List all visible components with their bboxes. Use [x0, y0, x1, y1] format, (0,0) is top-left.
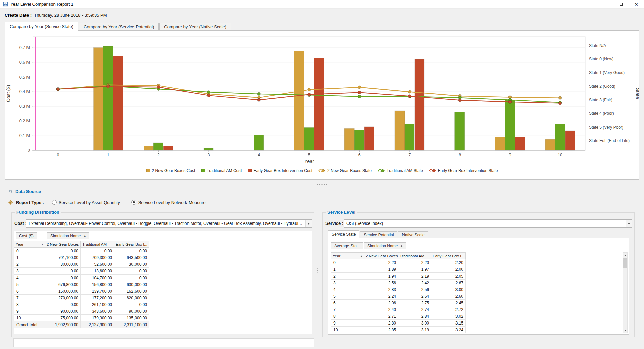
scroll-up-button[interactable]: [623, 253, 627, 258]
grid-cell: 2.06: [364, 300, 398, 306]
radio-label: Service Level by Network Measure: [138, 200, 206, 205]
grid-cell: 2.64: [398, 293, 431, 300]
simulation-name-field-button[interactable]: Simulation Name ▲: [47, 232, 89, 239]
service-combobox-value: OSI (Service Index): [344, 221, 626, 226]
legend-item: Early Gear Box Intervention State: [429, 168, 498, 173]
table-row[interactable]: 00.000.000.00: [14, 248, 149, 254]
data-source-icon: [8, 189, 13, 194]
table-row[interactable]: 102.853.193.24: [331, 327, 466, 333]
tab-service-state[interactable]: Service State: [328, 230, 359, 238]
svg-text:0.7 M: 0.7 M: [19, 45, 30, 50]
grid-cell: 2.24: [364, 293, 398, 300]
grid-cell: 2.19: [398, 273, 431, 280]
restore-icon: [620, 3, 623, 6]
grid-cell: 2.20: [364, 259, 398, 266]
table-row[interactable]: 1075,000.00179,300.00135,000.00: [14, 315, 149, 321]
legend-line-marker-icon: [378, 169, 385, 173]
table-row[interactable]: 72.402.742.72: [331, 306, 466, 313]
grid-cell: 1.97: [398, 266, 431, 273]
vertical-scrollbar[interactable]: [623, 252, 628, 333]
legend-line-marker-icon: [429, 169, 436, 173]
cost-combobox-value: External Rebranding, Overhaul- Power Con…: [26, 221, 305, 226]
grand-total-row[interactable]: Grand Total1,992,900.002,137,900.002,311…: [14, 321, 149, 328]
service-combobox[interactable]: OSI (Service Index): [344, 219, 632, 228]
svg-text:5: 5: [308, 153, 310, 157]
cost-state-chart: 00.1 M0.2 M0.3 M0.4 M0.5 M0.6 M0.7 M0123…: [5, 31, 639, 166]
svg-text:0.1 M: 0.1 M: [19, 133, 30, 138]
table-row[interactable]: 82.712.843.02: [331, 313, 466, 320]
grid-cell: 156,800.00: [81, 281, 114, 288]
column-header[interactable]: Traditional AM: [398, 253, 431, 259]
grid-cell: 0: [331, 259, 364, 266]
tab-compare-service-state[interactable]: Compare by Year (Service State): [5, 22, 78, 31]
grid-cell: 2.60: [431, 293, 466, 300]
table-row[interactable]: 80.00261,100.000.00: [14, 301, 149, 308]
svg-text:10: 10: [558, 153, 562, 157]
column-header[interactable]: Early Gear Box I...: [431, 253, 466, 259]
service-level-group: Service Level Service : OSI (Service Ind…: [322, 212, 635, 337]
table-row[interactable]: 42.832.563.00: [331, 286, 466, 293]
tab-compare-native-scale[interactable]: Compare by Year (Native Scale): [159, 23, 231, 31]
tab-native-scale[interactable]: Native Scale: [398, 231, 428, 238]
service-dropdown-button[interactable]: [626, 220, 632, 227]
radio-label: Service Level by Asset Quantity: [59, 200, 120, 205]
splitter-grip-horizontal[interactable]: [317, 184, 327, 185]
minimize-button[interactable]: [598, 0, 613, 9]
table-row[interactable]: 11.891.972.00: [331, 266, 466, 273]
minimize-icon: [604, 4, 607, 4]
table-row[interactable]: 30.0013,600.000.00: [14, 268, 149, 275]
column-header[interactable]: 2 New Gear Boxes: [364, 253, 398, 259]
grid-cell: 177,200.00: [81, 295, 114, 301]
grid-cell: 2.56: [364, 280, 398, 286]
grid-cell: 261,100.00: [81, 301, 114, 308]
svg-text:State 4 (Poor): State 4 (Poor): [589, 111, 614, 116]
cost-dropdown-button[interactable]: [305, 220, 312, 227]
tab-service-potential[interactable]: Service Potential: [360, 231, 397, 238]
table-row[interactable]: 7270,000.00177,200.00620,000.00: [14, 295, 149, 301]
splitter-grip-vertical[interactable]: [317, 268, 318, 273]
table-row[interactable]: 990,000.00343,600.0090,000.00: [14, 308, 149, 315]
cost-combobox[interactable]: External Rebranding, Overhaul- Power Con…: [26, 219, 312, 228]
table-row[interactable]: 52.242.642.60: [331, 293, 466, 300]
table-row[interactable]: 1701,100.00709,300.00643,500.00: [14, 254, 149, 261]
column-header[interactable]: Early Gear Box I...: [114, 241, 149, 248]
tab-compare-service-potential[interactable]: Compare by Year (Service Potential): [79, 23, 159, 31]
table-row[interactable]: 32.562.422.67: [331, 280, 466, 286]
table-row[interactable]: 21.942.192.05: [331, 273, 466, 280]
grid-cell: 701,100.00: [45, 254, 81, 261]
scroll-down-button[interactable]: [623, 328, 627, 333]
column-header[interactable]: Year▲: [331, 253, 364, 259]
average-state-measure-button[interactable]: Average Sta...: [331, 242, 363, 249]
grid-cell: 8: [14, 301, 45, 308]
table-row[interactable]: 92.803.003.15: [331, 320, 466, 327]
close-button[interactable]: ✕: [629, 0, 644, 9]
table-row[interactable]: 230,000.0052,600.0030,000.00: [14, 261, 149, 268]
table-row[interactable]: 02.202.202.20: [331, 259, 466, 266]
table-row[interactable]: 62.062.752.45: [331, 300, 466, 306]
grid-cell: 2.72: [431, 306, 466, 313]
bottom-empty-panel: [13, 338, 314, 347]
sort-asc-icon: ▲: [41, 243, 44, 246]
cost-measure-button[interactable]: Cost ($): [16, 232, 37, 239]
grid-cell: 139,700.00: [81, 288, 114, 295]
grid-cell: 10: [14, 315, 45, 321]
column-header[interactable]: Year▲: [14, 241, 45, 248]
svg-text:7: 7: [408, 153, 411, 157]
column-header[interactable]: Traditional AM: [81, 241, 114, 248]
grid-cell: 2.74: [398, 306, 431, 313]
grid-cell: 3.02: [431, 313, 466, 320]
table-row[interactable]: 6150,000.00139,700.00162,600.00: [14, 288, 149, 295]
grid-cell: 2.67: [431, 280, 466, 286]
column-header[interactable]: 2 New Gear Boxes: [45, 241, 81, 248]
grid-cell: 3.19: [398, 327, 431, 333]
grid-cell: 3.15: [431, 320, 466, 327]
legend-line-marker-icon: [318, 169, 326, 173]
table-row[interactable]: 40.00104,700.000.00: [14, 275, 149, 281]
radio-service-level-by-network-measure[interactable]: Service Level by Network Measure: [131, 200, 206, 205]
scrollbar-thumb[interactable]: [623, 258, 627, 268]
svg-text:0.5 M: 0.5 M: [19, 75, 30, 80]
radio-service-level-by-asset-quantity[interactable]: Service Level by Asset Quantity: [52, 200, 120, 205]
maximize-button[interactable]: [613, 0, 629, 9]
table-row[interactable]: 5676,800.00156,800.00630,000.00: [14, 281, 149, 288]
simulation-name-field-button[interactable]: Simulation Name ▲: [364, 242, 406, 249]
